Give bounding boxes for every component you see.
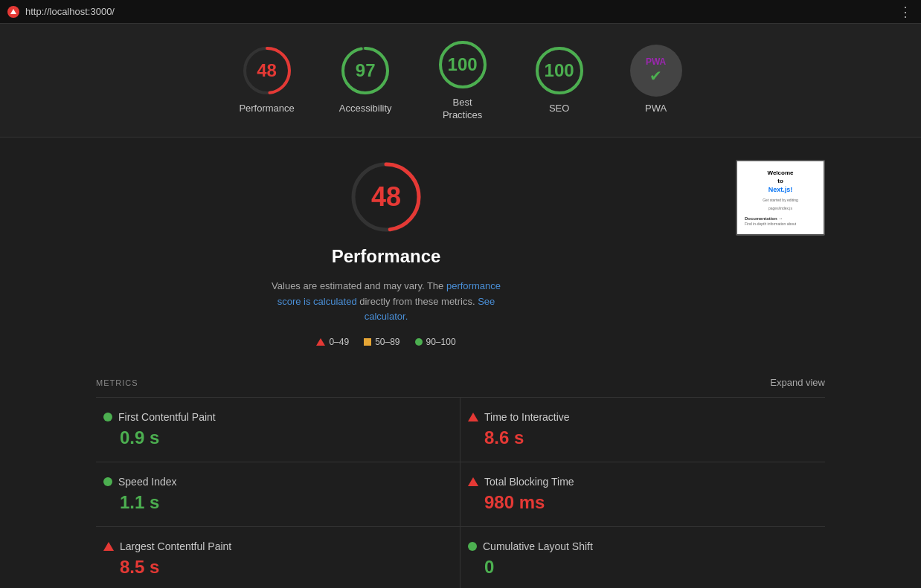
legend-triangle-poor (316, 338, 325, 346)
metric-time-to-interactive: Time to Interactive 8.6 s (460, 398, 825, 462)
accessibility-label: Accessibility (339, 103, 392, 115)
legend-item-poor: 0–49 (316, 337, 349, 347)
screenshot-content: Welcome to Next.js! Get started by editi… (745, 169, 816, 227)
screenshot-doc-title: Documentation → (745, 216, 816, 222)
screenshot-doc-text: Find in-depth information about (745, 222, 816, 227)
tti-label: Time to Interactive (484, 411, 570, 423)
metric-header-cls: Cumulative Layout Shift (468, 540, 818, 552)
metrics-title: METRICS (96, 378, 138, 387)
pwa-badge-text: PWA (646, 56, 666, 67)
metrics-header: METRICS Expand view (96, 377, 825, 388)
si-value: 1.1 s (103, 492, 452, 513)
best-practices-label: BestPractices (443, 97, 482, 122)
tbt-label: Total Blocking Time (484, 476, 574, 488)
metric-header-fcp: First Contentful Paint (103, 411, 452, 423)
legend-square-average (364, 338, 371, 346)
cls-indicator (468, 542, 477, 551)
favicon (7, 6, 19, 18)
si-indicator (103, 477, 112, 486)
large-performance-score: 48 (371, 181, 401, 213)
performance-detail-title: Performance (332, 246, 441, 267)
pwa-check-icon: ✔ (649, 67, 662, 85)
accessibility-score: 97 (356, 60, 376, 81)
expand-view-button[interactable]: Expand view (770, 377, 825, 388)
pwa-label: PWA (645, 103, 667, 115)
performance-circle: 48 (241, 45, 293, 97)
metric-header-lcp: Largest Contentful Paint (103, 540, 452, 552)
cls-label: Cumulative Layout Shift (483, 540, 593, 552)
screenshot-subtitle: Get started by editing (745, 198, 816, 203)
calculator-link[interactable]: See calculator. (365, 296, 495, 323)
best-practices-score: 100 (448, 54, 478, 75)
accessibility-circle: 97 (339, 45, 391, 97)
metrics-section: METRICS Expand view First Contentful Pai… (96, 377, 825, 588)
metric-first-contentful-paint: First Contentful Paint 0.9 s (96, 398, 460, 462)
legend-label-average: 50–89 (375, 337, 399, 347)
legend-dot-good (415, 338, 423, 346)
si-label: Speed Index (118, 476, 177, 488)
score-item-performance[interactable]: 48 Performance (239, 45, 294, 115)
legend-item-average: 50–89 (364, 337, 399, 347)
seo-label: SEO (549, 103, 569, 115)
seo-score: 100 (545, 60, 574, 81)
lcp-indicator (103, 542, 114, 551)
lcp-label: Largest Contentful Paint (120, 540, 231, 552)
fcp-value: 0.9 s (103, 427, 452, 448)
fcp-label: First Contentful Paint (118, 411, 216, 423)
score-item-best-practices[interactable]: 100 BestPractices (437, 39, 489, 122)
url-bar: http://localhost:3000/ (25, 6, 115, 17)
tti-value: 8.6 s (468, 427, 818, 448)
screenshot-frame: Welcome to Next.js! Get started by editi… (736, 160, 825, 236)
metric-header-tbt: Total Blocking Time (468, 476, 818, 488)
metrics-grid: First Contentful Paint 0.9 s Time to Int… (96, 398, 825, 588)
seo-circle: 100 (533, 45, 585, 97)
performance-label: Performance (239, 103, 294, 115)
main-content: 48 Performance Values are estimated and … (0, 138, 921, 588)
perf-score-link[interactable]: performance score is calculated (277, 280, 501, 307)
metric-total-blocking-time: Total Blocking Time 980 ms (460, 462, 825, 527)
lcp-value: 8.5 s (103, 557, 452, 578)
score-item-pwa[interactable]: PWA ✔ PWA (630, 45, 682, 115)
legend-label-good: 90–100 (426, 337, 456, 347)
scores-section: 48 Performance 97 Accessibility 100 Best… (0, 24, 921, 138)
svg-marker-0 (10, 9, 16, 14)
performance-score: 48 (257, 60, 277, 81)
tti-indicator (468, 413, 478, 421)
cls-value: 0 (468, 557, 818, 578)
tbt-value: 980 ms (468, 492, 818, 513)
performance-screenshot: Welcome to Next.js! Get started by editi… (736, 160, 825, 236)
performance-description: Values are estimated and may vary. The p… (260, 279, 513, 325)
score-item-seo[interactable]: 100 SEO (533, 45, 585, 115)
performance-section: 48 Performance Values are estimated and … (96, 160, 825, 347)
metric-cumulative-layout-shift: Cumulative Layout Shift 0 (460, 527, 825, 588)
screenshot-path: pages/index.js (745, 206, 816, 211)
screenshot-nextjs: Next.js! (745, 185, 816, 195)
tbt-indicator (468, 477, 478, 486)
metric-largest-contentful-paint: Largest Contentful Paint 8.5 s (96, 527, 460, 588)
fcp-indicator (103, 413, 112, 421)
metric-header-tti: Time to Interactive (468, 411, 818, 423)
performance-detail-left: 48 Performance Values are estimated and … (96, 160, 676, 347)
best-practices-circle: 100 (437, 39, 489, 91)
legend-item-good: 90–100 (415, 337, 456, 347)
legend-label-poor: 0–49 (329, 337, 349, 347)
metric-header-si: Speed Index (103, 476, 452, 488)
menu-icon[interactable]: ⋮ (899, 4, 914, 20)
metric-speed-index: Speed Index 1.1 s (96, 462, 460, 527)
screenshot-welcome: Welcome (745, 169, 816, 177)
score-legend: 0–49 50–89 90–100 (316, 337, 455, 347)
score-item-accessibility[interactable]: 97 Accessibility (339, 45, 392, 115)
large-performance-circle: 48 (349, 160, 423, 234)
pwa-circle: PWA ✔ (630, 45, 682, 97)
top-bar: http://localhost:3000/ ⋮ (0, 0, 921, 24)
screenshot-to: to (745, 177, 816, 185)
